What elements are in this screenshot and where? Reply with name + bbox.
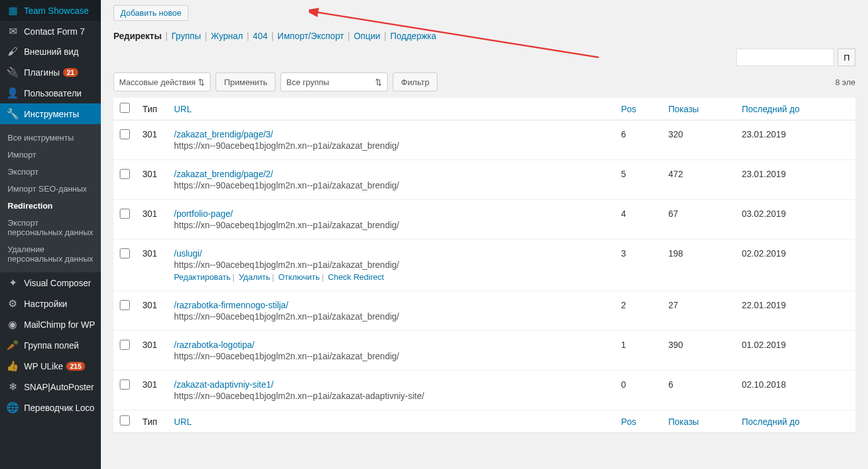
sidebar-item[interactable]: 🔧 Инструменты xyxy=(0,103,101,124)
tab-link[interactable]: Импорт/Экспорт xyxy=(277,31,344,41)
sidebar-item[interactable]: 🔌 Плагины 21 xyxy=(0,62,101,83)
row-type: 301 xyxy=(136,240,168,291)
select-all-checkbox[interactable] xyxy=(120,103,130,113)
row-pos: 0 xyxy=(615,371,662,410)
sidebar-sub-item[interactable]: Импорт xyxy=(0,146,101,163)
sidebar-item[interactable]: ▦ Team Showcase xyxy=(0,0,101,21)
user-icon: 👤 xyxy=(6,87,19,99)
row-actions: Редактировать| Удалить| Отключить| Check… xyxy=(174,272,608,282)
tab-link[interactable]: Группы xyxy=(171,31,201,41)
sidebar-item[interactable]: 🌐 Переводчик Loco xyxy=(0,397,101,418)
add-new-button[interactable]: Добавить новое xyxy=(113,5,188,21)
source-url-link[interactable]: /zakazat_brendig/page/2/ xyxy=(174,169,273,179)
sidebar-item-label: Внешний вид xyxy=(24,47,79,57)
table-row: 301 /zakazat-adaptivniy-site1/ https://x… xyxy=(113,371,855,410)
wrench-icon: 🔧 xyxy=(6,108,19,120)
sliders-icon: ⚙ xyxy=(6,298,19,310)
tabs: Редиректы|Группы|Журнал|404|Импорт/Экспо… xyxy=(113,27,855,43)
translate-icon: 🌐 xyxy=(6,402,19,414)
sidebar-item[interactable]: 👤 Пользователи xyxy=(0,83,101,103)
sidebar-item-label: SNAP|AutoPoster xyxy=(24,382,94,392)
disable-link[interactable]: Отключить xyxy=(278,272,320,282)
apply-bulk-button[interactable]: Применить xyxy=(216,72,275,91)
row-checkbox[interactable] xyxy=(120,379,130,390)
row-url: /zakazat_brendig/page/2/ https://xn--90a… xyxy=(168,160,615,200)
row-checkbox[interactable] xyxy=(120,209,130,219)
sidebar-sub-item[interactable]: Удаление персональных данных xyxy=(0,241,101,267)
source-url-link[interactable]: /portfolio-page/ xyxy=(174,209,233,219)
source-url-link[interactable]: /uslugi/ xyxy=(174,248,202,258)
search-input[interactable] xyxy=(736,49,834,66)
sidebar-sub-item[interactable]: Экспорт персональных данных xyxy=(0,214,101,241)
edit-link[interactable]: Редактировать xyxy=(174,272,231,282)
main-content: Добавить новое Редиректы|Группы|Журнал|4… xyxy=(101,0,868,469)
row-url: /razrabotka-logotipa/ https://xn--90aceb… xyxy=(168,331,615,371)
bulk-actions-select[interactable]: Массовые действия ⇅ xyxy=(113,72,211,91)
source-url-link[interactable]: /razrabotka-logotipa/ xyxy=(174,340,255,350)
redirects-table: Тип URL Pos Показы Последний до 301 /zak… xyxy=(113,98,855,433)
sidebar-item[interactable]: ✉ Contact Form 7 xyxy=(0,21,101,42)
sidebar-sub-item[interactable]: Импорт SEO-данных xyxy=(0,180,101,197)
row-hits: 472 xyxy=(662,160,735,200)
col-hits[interactable]: Показы xyxy=(662,410,735,433)
source-url-link[interactable]: /zakazat-adaptivniy-site1/ xyxy=(174,379,274,390)
tab-link[interactable]: Поддержка xyxy=(390,31,436,41)
delete-link[interactable]: Удалить xyxy=(239,272,270,282)
sidebar-item[interactable]: 👍 WP ULike 215 xyxy=(0,356,101,376)
select-all-checkbox-bottom[interactable] xyxy=(120,415,130,426)
row-checkbox[interactable] xyxy=(120,248,130,258)
row-hits: 198 xyxy=(662,240,735,291)
row-hits: 67 xyxy=(662,200,735,240)
sidebar-item[interactable]: ❄ SNAP|AutoPoster xyxy=(0,376,101,397)
col-last[interactable]: Последний до xyxy=(736,410,855,433)
source-url-link[interactable]: /zakazat_brendig/page/3/ xyxy=(174,129,273,139)
row-url: /zakazat_brendig/page/3/ https://xn--90a… xyxy=(168,120,615,160)
sidebar-item[interactable]: 🥕 Группа полей xyxy=(0,335,101,356)
row-pos: 6 xyxy=(615,120,662,160)
row-hits: 27 xyxy=(662,291,735,331)
row-checkbox[interactable] xyxy=(120,129,130,139)
group-select[interactable]: Все группы ⇅ xyxy=(281,72,388,91)
sidebar-item-label: Группа полей xyxy=(24,340,79,350)
tab-link[interactable]: 404 xyxy=(253,31,267,41)
tab-link[interactable]: Редиректы xyxy=(113,31,161,41)
sidebar-sub-item[interactable]: Все инструменты xyxy=(0,129,101,146)
sidebar-item[interactable]: ✦ Visual Composer xyxy=(0,272,101,293)
sidebar-item[interactable]: ◉ MailChimp for WP xyxy=(0,314,101,335)
row-pos: 2 xyxy=(615,291,662,331)
col-pos[interactable]: Pos xyxy=(615,410,662,433)
source-url-link[interactable]: /razrabotka-firmennogo-stilja/ xyxy=(174,300,288,310)
col-pos[interactable]: Pos xyxy=(615,98,662,120)
row-date: 22.01.2019 xyxy=(736,291,855,331)
col-hits[interactable]: Показы xyxy=(662,98,735,120)
sidebar-item-label: Плагины xyxy=(24,67,60,78)
sidebar-sub-item[interactable]: Экспорт xyxy=(0,163,101,180)
row-checkbox[interactable] xyxy=(120,169,130,179)
col-url[interactable]: URL xyxy=(168,410,615,433)
sidebar-item-label: Настройки xyxy=(24,299,67,309)
target-url: https://xn--90acebeq1bjoglm2n.xn--p1ai/z… xyxy=(174,260,608,270)
tab-link[interactable]: Опции xyxy=(354,31,380,41)
sidebar-item-label: Переводчик Loco xyxy=(24,403,95,413)
row-checkbox[interactable] xyxy=(120,340,130,350)
sidebar-item[interactable]: ⚙ Настройки xyxy=(0,293,101,314)
page-header: Добавить новое xyxy=(113,5,855,21)
sidebar-sub-item[interactable]: Redirection xyxy=(0,197,101,214)
target-url: https://xn--90acebeq1bjoglm2n.xn--p1ai/z… xyxy=(174,311,608,321)
tab-link[interactable]: Журнал xyxy=(211,31,243,41)
row-type: 301 xyxy=(136,371,168,410)
table-row: 301 /razrabotka-firmennogo-stilja/ https… xyxy=(113,291,855,331)
table-row: 301 /zakazat_brendig/page/2/ https://xn-… xyxy=(113,160,855,200)
row-type: 301 xyxy=(136,120,168,160)
row-checkbox[interactable] xyxy=(120,300,130,310)
col-last[interactable]: Последний до xyxy=(736,98,855,120)
search-button[interactable]: П xyxy=(838,49,855,66)
col-url[interactable]: URL xyxy=(168,98,615,120)
snap-icon: ❄ xyxy=(6,381,19,393)
separator: | xyxy=(205,31,207,41)
sidebar-submenu: Все инструментыИмпортЭкспортИмпорт SEO-д… xyxy=(0,124,101,272)
check-redirect-link[interactable]: Check Redirect xyxy=(328,272,384,282)
filter-button[interactable]: Фильтр xyxy=(393,72,437,91)
table-row: 301 /portfolio-page/ https://xn--90acebe… xyxy=(113,200,855,240)
sidebar-item[interactable]: 🖌 Внешний вид xyxy=(0,42,101,62)
